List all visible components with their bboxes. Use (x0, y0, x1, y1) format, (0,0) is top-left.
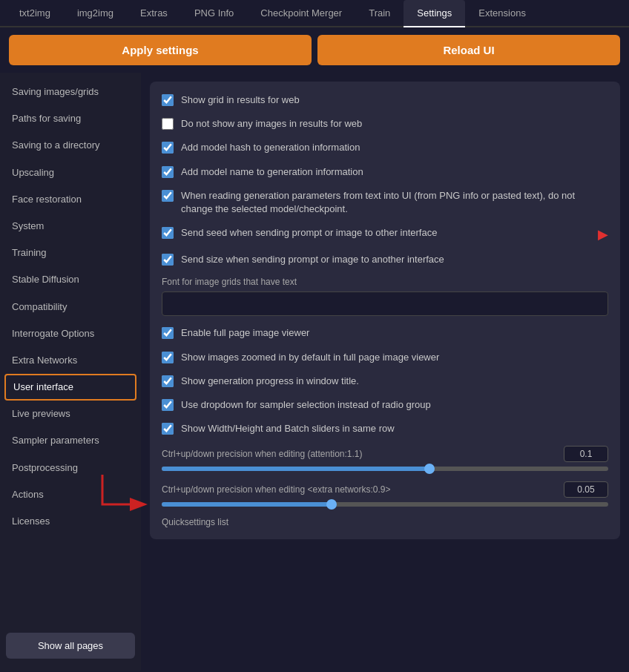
tab-settings[interactable]: Settings (404, 0, 465, 27)
sidebar: Saving images/grids Paths for saving Sav… (0, 73, 141, 671)
checkbox-gen-progress[interactable] (162, 375, 174, 387)
reload-ui-button[interactable]: Reload UI (317, 35, 620, 65)
setting-no-images: Do not show any images in results for we… (162, 117, 608, 131)
sidebar-item-training[interactable]: Training (0, 240, 141, 266)
quicksettings-label: Quicksettings list (162, 517, 608, 527)
setting-width-height: Show Width/Height and Batch sliders in s… (162, 422, 608, 435)
checkbox-show-zoomed[interactable] (162, 352, 174, 363)
settings-panel: Show grid in results for web Do not show… (150, 82, 620, 539)
tab-train[interactable]: Train (355, 0, 404, 27)
content-area: Show grid in results for web Do not show… (141, 73, 629, 671)
label-show-grid: Show grid in results for web (181, 93, 608, 107)
apply-settings-button[interactable]: Apply settings (9, 35, 312, 65)
sidebar-bottom: Show all pages (0, 627, 141, 665)
sidebar-item-live-previews[interactable]: Live previews (0, 401, 141, 427)
slider-precision2-row: Ctrl+up/down precision when editing <ext… (162, 481, 608, 507)
slider-precision1-row: Ctrl+up/down precision when editing (att… (162, 446, 608, 471)
label-gen-progress: Show generation progress in window title… (181, 375, 608, 388)
sidebar-item-licenses[interactable]: Licenses (0, 508, 141, 535)
sidebar-item-interrogate-options[interactable]: Interrogate Options (0, 320, 141, 347)
sidebar-item-saving-directory[interactable]: Saving to a directory (0, 132, 141, 159)
font-input-field[interactable] (162, 291, 608, 316)
sidebar-item-saving-images[interactable]: Saving images/grids (0, 79, 141, 105)
label-send-seed: Send seed when sending prompt or image t… (181, 226, 590, 240)
top-nav: txt2img img2img Extras PNG Info Checkpoi… (0, 0, 629, 27)
slider-precision2-label-row: Ctrl+up/down precision when editing <ext… (162, 481, 608, 498)
slider-precision1-fill (162, 467, 429, 471)
sidebar-item-sampler-parameters[interactable]: Sampler parameters (0, 427, 141, 454)
sidebar-item-face-restoration[interactable]: Face restoration (0, 186, 141, 213)
setting-send-size: Send size when sending prompt or image t… (162, 253, 608, 266)
setting-dropdown-sampler: Use dropdown for sampler selection inste… (162, 398, 608, 412)
slider-precision2-track[interactable] (162, 502, 608, 507)
sidebar-item-upscaling[interactable]: Upscaling (0, 159, 141, 186)
slider-precision2-thumb[interactable] (326, 499, 337, 510)
setting-full-page: Enable full page image viewer (162, 326, 608, 340)
setting-gen-progress: Show generation progress in window title… (162, 375, 608, 388)
setting-send-seed: Send seed when sending prompt or image t… (162, 226, 608, 243)
setting-show-zoomed: Show images zoomed in by default in full… (162, 351, 608, 364)
checkbox-model-name[interactable] (162, 166, 174, 178)
label-model-name: Add model name to generation information (181, 165, 608, 179)
sidebar-item-user-interface[interactable]: User interface (4, 374, 136, 401)
setting-reading-gen: When reading generation parameters from … (162, 189, 608, 216)
tab-img2img[interactable]: img2img (64, 0, 127, 27)
checkbox-send-seed[interactable] (162, 227, 174, 239)
checkbox-no-images[interactable] (162, 118, 174, 130)
checkbox-width-height[interactable] (162, 423, 174, 435)
setting-model-hash: Add model hash to generation information (162, 141, 608, 154)
label-reading-gen: When reading generation parameters from … (181, 189, 608, 216)
label-full-page: Enable full page image viewer (181, 326, 608, 340)
setting-model-name: Add model name to generation information (162, 165, 608, 179)
sidebar-item-extra-networks[interactable]: Extra Networks (0, 347, 141, 374)
action-bar: Apply settings Reload UI (0, 27, 629, 73)
tab-extensions[interactable]: Extensions (465, 0, 539, 27)
slider-precision2-label: Ctrl+up/down precision when editing <ext… (162, 484, 391, 495)
slider-precision1-label-row: Ctrl+up/down precision when editing (att… (162, 446, 608, 462)
sidebar-item-compatibility[interactable]: Compatibility (0, 294, 141, 320)
tab-png-info[interactable]: PNG Info (181, 0, 247, 27)
slider-precision1-track[interactable] (162, 467, 608, 471)
label-dropdown-sampler: Use dropdown for sampler selection inste… (181, 398, 608, 412)
sidebar-item-actions[interactable]: Actions (0, 481, 141, 508)
slider-precision1-thumb[interactable] (424, 464, 435, 474)
slider-precision1-value[interactable]: 0.1 (564, 446, 608, 462)
checkbox-model-hash[interactable] (162, 142, 174, 154)
arrow-indicator: ▶ (598, 226, 608, 243)
font-input-label: Font for image grids that have text (162, 277, 608, 287)
slider-precision2-fill (162, 502, 332, 507)
show-all-pages-button[interactable]: Show all pages (6, 633, 135, 659)
sidebar-item-system[interactable]: System (0, 213, 141, 240)
tab-checkpoint-merger[interactable]: Checkpoint Merger (247, 0, 355, 27)
slider-precision2-value[interactable]: 0.05 (564, 481, 608, 498)
label-no-images: Do not show any images in results for we… (181, 117, 608, 131)
tab-txt2img[interactable]: txt2img (6, 0, 64, 27)
setting-show-grid: Show grid in results for web (162, 93, 608, 107)
main-layout: Saving images/grids Paths for saving Sav… (0, 73, 629, 671)
checkbox-show-grid[interactable] (162, 94, 174, 106)
font-input-row: Font for image grids that have text (162, 277, 608, 316)
checkbox-reading-gen[interactable] (162, 190, 174, 202)
label-show-zoomed: Show images zoomed in by default in full… (181, 351, 608, 364)
label-send-size: Send size when sending prompt or image t… (181, 253, 608, 266)
tab-extras[interactable]: Extras (127, 0, 181, 27)
sidebar-item-stable-diffusion[interactable]: Stable Diffusion (0, 266, 141, 293)
label-width-height: Show Width/Height and Batch sliders in s… (181, 422, 608, 435)
checkbox-full-page[interactable] (162, 327, 174, 339)
sidebar-item-paths-saving[interactable]: Paths for saving (0, 105, 141, 132)
checkbox-send-size[interactable] (162, 254, 174, 266)
label-model-hash: Add model hash to generation information (181, 141, 608, 154)
sidebar-item-postprocessing[interactable]: Postprocessing (0, 455, 141, 481)
slider-precision1-label: Ctrl+up/down precision when editing (att… (162, 449, 363, 459)
checkbox-dropdown-sampler[interactable] (162, 399, 174, 411)
